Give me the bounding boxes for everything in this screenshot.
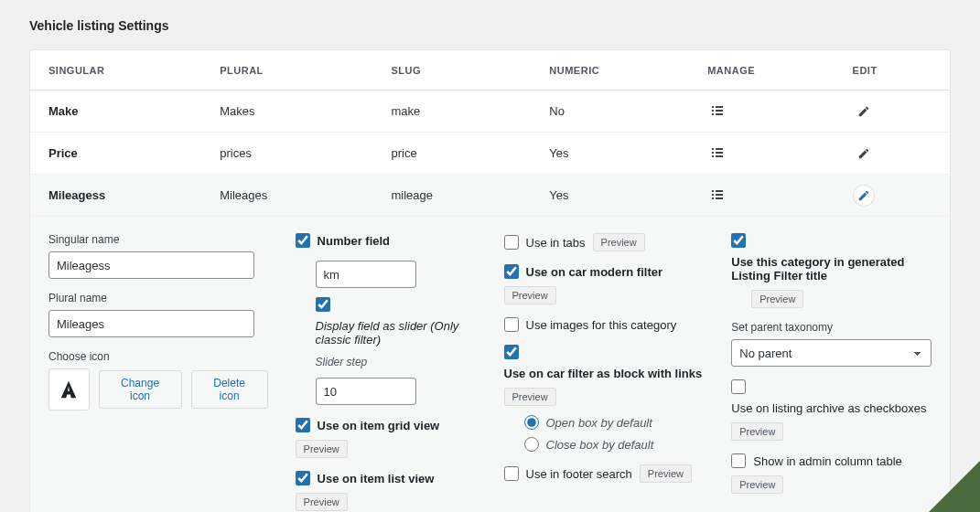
number-field-checkbox[interactable] <box>296 233 310 248</box>
cell-plural: prices <box>220 146 391 160</box>
slider-step-input[interactable] <box>316 378 416 405</box>
open-box-radio[interactable] <box>524 415 539 430</box>
use-images-label: Use images for this category <box>526 318 677 332</box>
panel-col-names: Singular name Plural name Choose icon <box>48 233 268 512</box>
col-singular: SINGULAR <box>48 65 220 76</box>
modern-filter-checkbox[interactable] <box>504 264 519 279</box>
list-view-label: Use on item list view <box>318 472 435 485</box>
cell-numeric: Yes <box>549 188 707 202</box>
footer-search-checkbox[interactable] <box>504 466 519 481</box>
manage-icon[interactable] <box>707 143 729 165</box>
cell-plural: Makes <box>220 104 391 118</box>
table-row: Make Makes make No <box>30 91 950 133</box>
edit-panel: Singular name Plural name Choose icon <box>30 217 950 512</box>
use-tabs-checkbox[interactable] <box>504 235 519 250</box>
table-header: SINGULAR PLURAL SLUG NUMERIC MANAGE EDIT <box>30 50 950 91</box>
parent-taxonomy-label: Set parent taxonomy <box>731 321 932 334</box>
footer-search-label: Use in footer search <box>526 467 632 481</box>
slider-step-label: Slider step <box>316 356 477 368</box>
cell-slug: mileage <box>391 188 549 202</box>
modern-filter-label: Use on car modern filter <box>526 265 663 279</box>
plural-name-input[interactable] <box>48 310 254 337</box>
preview-button[interactable]: Preview <box>731 475 783 494</box>
pencil-icon <box>857 189 870 202</box>
table-row: Price prices price Yes <box>30 133 950 175</box>
col-manage: MANAGE <box>707 65 852 76</box>
pencil-icon <box>857 147 870 160</box>
display-slider-label: Display field as slider (Only classic fi… <box>316 319 477 347</box>
open-box-label: Open box by default <box>546 416 652 430</box>
filter-title-label: Use this category in generated Listing F… <box>731 255 932 283</box>
col-numeric: NUMERIC <box>549 65 707 76</box>
use-tabs-label: Use in tabs <box>526 236 586 250</box>
preview-button[interactable]: Preview <box>296 440 348 458</box>
panel-col-right: Use this category in generated Listing F… <box>731 233 932 512</box>
edit-icon[interactable] <box>853 101 875 123</box>
display-slider-checkbox[interactable] <box>316 297 330 312</box>
page-title: Vehicle listing Settings <box>29 18 951 33</box>
archive-checkboxes-checkbox[interactable] <box>731 379 746 394</box>
choose-icon-label: Choose icon <box>48 350 268 363</box>
pencil-icon <box>857 105 870 118</box>
unit-input[interactable] <box>316 261 416 288</box>
preview-button[interactable]: Preview <box>504 388 556 406</box>
panel-col-number: Number field Display field as slider (On… <box>296 233 477 512</box>
cell-singular: Mileagess <box>48 188 220 202</box>
list-view-checkbox[interactable] <box>296 471 310 485</box>
cell-plural: Mileages <box>220 188 391 202</box>
manage-icon[interactable] <box>707 185 729 207</box>
edit-icon[interactable] <box>853 143 875 165</box>
col-edit: EDIT <box>853 65 932 76</box>
singular-name-input[interactable] <box>48 251 254 279</box>
change-icon-button[interactable]: Change icon <box>99 370 182 409</box>
plural-name-label: Plural name <box>48 292 268 304</box>
number-field-label: Number field <box>318 234 390 248</box>
grid-view-checkbox[interactable] <box>296 418 310 432</box>
icon-preview <box>48 368 90 411</box>
block-links-label: Use on car filter as block with links <box>504 367 703 380</box>
cell-numeric: No <box>549 104 707 118</box>
admin-column-label: Show in admin column table <box>753 454 902 468</box>
singular-name-label: Singular name <box>48 233 268 246</box>
archive-checkboxes-label: Use on listing archive as checkboxes <box>731 401 926 415</box>
close-box-label: Close box by default <box>546 438 654 452</box>
corner-decoration <box>929 461 980 512</box>
manage-icon[interactable] <box>707 101 729 123</box>
preview-button[interactable]: Preview <box>751 290 803 308</box>
cell-singular: Price <box>48 146 220 160</box>
cell-slug: price <box>391 146 549 160</box>
col-slug: SLUG <box>391 65 549 76</box>
preview-button[interactable]: Preview <box>640 464 692 483</box>
preview-button[interactable]: Preview <box>593 233 645 251</box>
block-links-checkbox[interactable] <box>504 345 519 359</box>
grid-view-label: Use on item grid view <box>318 419 440 432</box>
list-icon <box>712 105 725 118</box>
table-row: Mileagess Mileages mileage Yes <box>30 175 950 217</box>
col-plural: PLURAL <box>220 65 391 76</box>
cell-slug: make <box>391 104 549 118</box>
delete-icon-button[interactable]: Delete icon <box>191 370 268 409</box>
admin-column-checkbox[interactable] <box>731 453 746 468</box>
preview-button[interactable]: Preview <box>296 493 348 511</box>
cell-singular: Make <box>48 104 220 118</box>
close-box-radio[interactable] <box>524 437 539 452</box>
preview-button[interactable]: Preview <box>731 422 783 441</box>
filter-title-checkbox[interactable] <box>731 233 746 248</box>
panel-col-usage: Use in tabs Preview Use on car modern fi… <box>504 233 705 512</box>
settings-table: SINGULAR PLURAL SLUG NUMERIC MANAGE EDIT… <box>29 49 951 512</box>
preview-button[interactable]: Preview <box>504 286 556 304</box>
cell-numeric: Yes <box>549 146 707 160</box>
use-images-checkbox[interactable] <box>504 317 519 332</box>
parent-taxonomy-select[interactable]: No parent <box>731 339 932 367</box>
list-icon <box>712 189 725 202</box>
edit-icon[interactable] <box>853 185 875 207</box>
list-icon <box>712 147 725 160</box>
road-icon <box>59 379 79 400</box>
